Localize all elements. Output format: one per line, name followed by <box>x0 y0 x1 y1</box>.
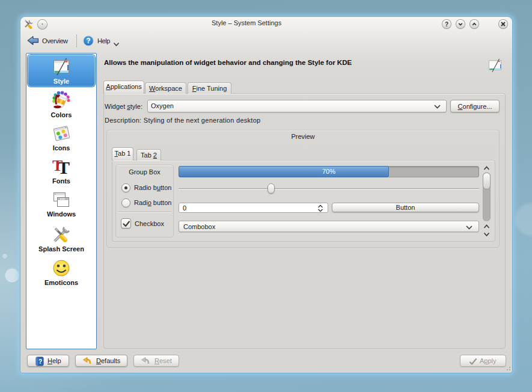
svg-text:?: ? <box>86 37 90 45</box>
svg-text:?: ? <box>38 358 42 365</box>
svg-text:?: ? <box>445 21 448 28</box>
svg-text:T: T <box>52 157 63 174</box>
